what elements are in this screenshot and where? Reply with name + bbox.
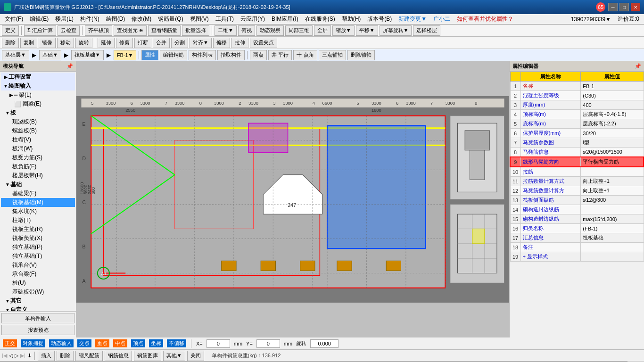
btn-set-grip[interactable]: 设置夹点 <box>250 38 277 48</box>
btn-report[interactable]: 报表预览 <box>1 325 74 335</box>
sidebar-item-floor-band[interactable]: 楼层板带(H) <box>1 171 75 180</box>
prop-row-value[interactable]: 向上取整+1 <box>581 186 644 196</box>
btn-split[interactable]: 分割 <box>171 38 188 48</box>
snap-dynamic[interactable]: 动态输入 <box>49 339 74 347</box>
sidebar-item-cap-beam[interactable]: 承台梁(F) <box>1 270 75 279</box>
close-button[interactable]: ✕ <box>631 3 640 11</box>
nav-prev-page[interactable]: ◁ <box>9 353 13 359</box>
property-row[interactable]: 5底标高(m)层底标高(-2.2) <box>510 119 644 129</box>
snap-object[interactable]: 对象捕捉 <box>21 339 45 347</box>
sidebar-item-raft-main[interactable]: 筏板主筋(R) <box>1 225 75 234</box>
btn-view-rebar[interactable]: 查看钢筋量 <box>148 25 181 36</box>
property-row[interactable]: 18备注 <box>510 243 644 252</box>
prop-row-value[interactable]: 30/20 <box>581 129 644 138</box>
menu-rebar[interactable]: 钢筋量(Q) <box>155 14 186 24</box>
property-row[interactable]: 13筏板侧面纵筋⌀12@300 <box>510 196 644 205</box>
prop-row-value[interactable] <box>581 243 644 252</box>
btn-calc[interactable]: Σ 汇总计算 <box>24 25 56 36</box>
property-row[interactable]: 6保护层厚度(mm)30/20 <box>510 129 644 138</box>
btn-rebar-lib[interactable]: 钢筋图库 <box>134 351 161 361</box>
btn-single-elem[interactable]: 单构件输入 <box>1 313 74 323</box>
snap-coord[interactable]: 坐标 <box>149 339 163 347</box>
canvas-area[interactable]: 5 3300 6 3300 7 3300 8 3300 2 3300 3 330… <box>76 61 510 337</box>
snap-vertex[interactable]: 顶点 <box>131 339 145 347</box>
btn-property[interactable]: 属性 <box>141 50 158 60</box>
property-row[interactable]: 14砌构造封边纵筋 <box>510 205 644 214</box>
btn-batch-select[interactable]: 批量选择 <box>182 25 209 36</box>
maximize-button[interactable]: □ <box>619 3 629 11</box>
sidebar-item-beam[interactable]: ▶ ━ 梁(L) <box>1 90 75 99</box>
menu-modify[interactable]: 修改(M) <box>129 14 154 24</box>
btn-zoom[interactable]: 缩放▼ <box>332 25 355 36</box>
menu-edit[interactable]: 编辑(E) <box>27 14 51 24</box>
property-row[interactable]: 9线形马凳筋方向平行横向受力筋 <box>510 157 644 167</box>
sidebar-item-raft-cap[interactable]: 筏承台(V) <box>1 261 75 270</box>
prop-row-value[interactable]: (FB-1) <box>581 224 644 233</box>
menu-help[interactable]: 帮助(H) <box>339 14 364 24</box>
btn-screen-rotate[interactable]: 屏幕旋转▼ <box>380 25 412 36</box>
prop-row-value[interactable]: 400 <box>581 100 644 110</box>
sidebar-item-plate-rebar[interactable]: 板受力筋(S) <box>1 153 75 162</box>
menu-online[interactable]: 在线服务(S) <box>302 14 338 24</box>
menu-cloud[interactable]: 云应用(Y) <box>238 14 268 24</box>
menu-phone[interactable]: 13907298339▼ <box>568 15 614 24</box>
snap-ortho[interactable]: 正交 <box>3 339 17 347</box>
sidebar-item-cast-plate[interactable]: 现浇板(B) <box>1 117 75 126</box>
sidebar-item-found-band[interactable]: 基础板带(W) <box>1 288 75 296</box>
property-panel-pin[interactable]: 📌 <box>635 63 641 69</box>
menu-coins[interactable]: 造价豆:0 <box>615 14 642 24</box>
property-row[interactable]: 16归类名称(FB-1) <box>510 224 644 233</box>
sidebar-item-other[interactable]: ▼ 其它 <box>1 296 75 305</box>
btn-fb1[interactable]: FB-1▼ <box>114 50 137 60</box>
btn-two-point[interactable]: 两点 <box>250 50 267 60</box>
property-row[interactable]: 12马凳筋数量计算方向上取整+1 <box>510 186 644 196</box>
menu-view[interactable]: 视图(V) <box>187 14 212 24</box>
sidebar-item-raft[interactable]: 筏板基础(M) <box>1 198 75 207</box>
btn-parallel[interactable]: 井 平行 <box>268 50 292 60</box>
btn-elem-list[interactable]: 构件列表 <box>189 50 216 60</box>
sidebar-item-ring-beam[interactable]: ⬜ 圈梁(E) <box>1 99 75 108</box>
property-row[interactable]: 1名称FB-1 <box>510 82 644 91</box>
btn-trim[interactable]: 修剪 <box>116 38 133 48</box>
prop-row-value[interactable]: 层底标高+0.4(-1.8) <box>581 110 644 119</box>
sidebar-item-neg-rebar[interactable]: 板负筋(F) <box>1 162 75 171</box>
menu-element[interactable]: 构件(N) <box>77 14 102 24</box>
sidebar-item-sump[interactable]: 集水坑(K) <box>1 207 75 216</box>
btn-pick-elem[interactable]: 抬取构件 <box>217 50 245 60</box>
sidebar-item-raft-neg[interactable]: 筏板负筋(X) <box>1 234 75 243</box>
btn-base-layer[interactable]: 基础层▼ <box>2 50 29 60</box>
btn-align[interactable]: 对齐▼ <box>190 38 212 48</box>
btn-scale-rebar[interactable]: 缩尺配筋 <box>75 351 103 361</box>
btn-delete[interactable]: 删除 <box>2 38 19 48</box>
btn-rebar-info[interactable]: 钢筋信息 <box>105 351 132 361</box>
prop-row-value[interactable]: 层底标高(-2.2) <box>581 119 644 129</box>
prop-row-value[interactable]: 筏板基础 <box>581 233 644 243</box>
property-row[interactable]: 4顶标高(m)层底标高+0.4(-1.8) <box>510 110 644 119</box>
sidebar-item-spiral-plate[interactable]: 螺旋板(B) <box>1 126 75 135</box>
sidebar-item-ind-found2[interactable]: 独立基础(T) <box>1 252 75 261</box>
menu-file[interactable]: 文件(F) <box>2 14 26 24</box>
prop-row-value[interactable]: (C30) <box>581 91 644 100</box>
y-input[interactable] <box>256 339 280 348</box>
prop-row-value[interactable] <box>581 167 644 177</box>
property-row[interactable]: 3厚度(mm)400 <box>510 100 644 110</box>
snap-mid[interactable]: 中点 <box>113 339 127 347</box>
btn-mirror[interactable]: 镜像 <box>39 38 56 48</box>
snap-cross[interactable]: 交点 <box>77 339 91 347</box>
sidebar-item-col-pier[interactable]: 柱墩(T) <box>1 216 75 225</box>
btn-other[interactable]: 其他▼ <box>163 351 185 361</box>
btn-foundation[interactable]: 基础▼ <box>39 50 61 60</box>
property-row[interactable]: 8马凳筋信息⌀20@1500*1500 <box>510 148 644 157</box>
menu-bim[interactable]: BIM应用(I) <box>269 14 301 24</box>
sidebar-item-pile[interactable]: 桩(U) <box>1 279 75 288</box>
btn-edit-rebar[interactable]: 编辑钢筋 <box>160 50 187 60</box>
menu-newchange[interactable]: 新建变更▼ <box>396 14 429 24</box>
btn-local-3d[interactable]: 局部三维 <box>285 25 313 36</box>
btn-insert[interactable]: 插入 <box>38 351 55 361</box>
sidebar-item-drawing[interactable]: ▼ 绘图输入 <box>1 82 75 90</box>
sidebar-item-plate[interactable]: ▼ 板 <box>1 108 75 117</box>
property-row[interactable]: 2混凝土强度等级(C30) <box>510 91 644 100</box>
btn-2d[interactable]: 二维▼ <box>215 25 237 36</box>
prop-row-value[interactable]: ⌀12@300 <box>581 196 644 205</box>
sidebar-item-project-settings[interactable]: ▶ 工程设置 <box>1 73 75 82</box>
